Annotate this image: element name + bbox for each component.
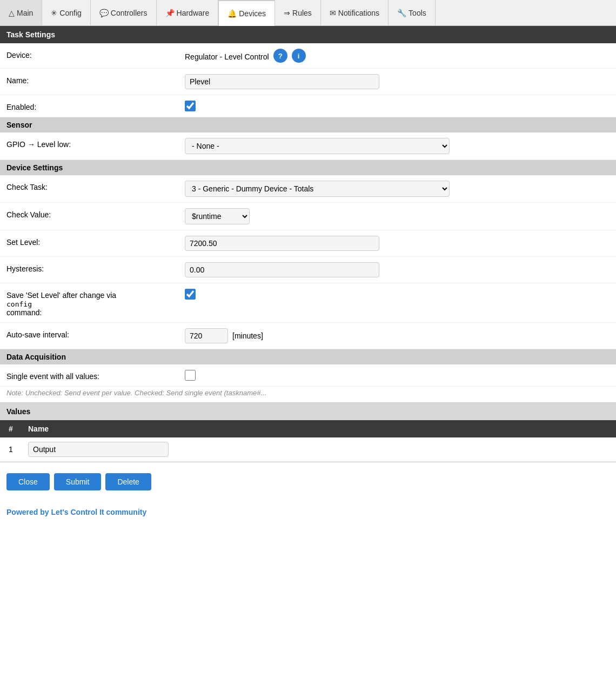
device-settings-header: Device Settings <box>0 160 616 175</box>
nav-item-main[interactable]: △Main <box>0 0 42 25</box>
gpio-select[interactable]: - None - <box>185 138 450 154</box>
tools-nav-icon: 🔧 <box>397 9 406 17</box>
task-settings-header: Task Settings <box>0 26 616 43</box>
rules-nav-icon: ⇒ <box>284 9 290 17</box>
info-icon[interactable]: i <box>292 49 306 63</box>
nav-item-devices[interactable]: 🔔Devices <box>218 0 275 26</box>
set-level-control <box>185 236 610 251</box>
single-event-label: Single event with all values: <box>6 370 185 381</box>
row-name-cell <box>22 437 616 462</box>
config-nav-icon: ✳ <box>51 9 57 17</box>
save-set-level-checkbox[interactable] <box>185 289 196 300</box>
save-set-level-row: Save 'Set Level' after change via config… <box>0 283 616 323</box>
enabled-row: Enabled: <box>0 95 616 117</box>
table-row: 1 <box>0 437 616 462</box>
nav-item-config[interactable]: ✳Config <box>42 0 90 25</box>
main-nav-icon: △ <box>9 9 15 17</box>
hysteresis-row: Hysteresis: <box>0 257 616 283</box>
check-value-row: Check Value: $runtime Other <box>0 203 616 230</box>
single-event-control <box>185 370 610 381</box>
check-value-control: $runtime Other <box>185 208 610 224</box>
action-buttons: Close Submit Delete <box>0 462 616 501</box>
nav-item-hardware[interactable]: 📌Hardware <box>157 0 219 25</box>
enabled-control <box>185 101 610 111</box>
check-task-row: Check Task: 3 - Generic - Dummy Device -… <box>0 175 616 203</box>
submit-button[interactable]: Submit <box>54 473 102 490</box>
name-input[interactable] <box>185 74 379 89</box>
check-task-select[interactable]: 3 - Generic - Dummy Device - Totals <box>185 181 450 197</box>
device-value: Regulator - Level Control <box>185 50 269 61</box>
save-set-level-label: Save 'Set Level' after change via config… <box>6 289 185 317</box>
set-level-row: Set Level: <box>0 230 616 257</box>
values-header: Values <box>0 403 616 420</box>
set-level-input[interactable] <box>185 236 379 251</box>
footer-link[interactable]: Powered by Let's Control It community <box>6 508 146 516</box>
set-level-label: Set Level: <box>6 236 185 247</box>
device-control: Regulator - Level Control ? i <box>185 49 610 63</box>
check-task-control: 3 - Generic - Dummy Device - Totals <box>185 181 610 197</box>
nav-bar: △Main✳Config💬Controllers📌Hardware🔔Device… <box>0 0 616 26</box>
hardware-nav-icon: 📌 <box>165 9 175 17</box>
nav-item-tools[interactable]: 🔧Tools <box>389 0 436 25</box>
save-set-level-control <box>185 289 610 300</box>
gpio-label: GPIO → Level low: <box>6 138 185 149</box>
devices-nav-icon: 🔔 <box>227 9 237 18</box>
single-event-row: Single event with all values: <box>0 364 616 387</box>
gpio-row: GPIO → Level low: - None - <box>0 132 616 160</box>
hysteresis-label: Hysteresis: <box>6 262 185 273</box>
gpio-control: - None - <box>185 138 610 154</box>
autosave-label: Auto-save interval: <box>6 328 185 339</box>
nav-item-rules[interactable]: ⇒Rules <box>275 0 321 25</box>
check-value-select[interactable]: $runtime Other <box>185 208 250 224</box>
enabled-checkbox[interactable] <box>185 101 196 111</box>
acquisition-note: Note: Unchecked: Send event per value. C… <box>0 387 616 402</box>
check-value-label: Check Value: <box>6 208 185 219</box>
single-event-checkbox[interactable] <box>185 370 196 381</box>
values-section: Values # Name 1 <box>0 403 616 462</box>
autosave-control: [minutes] <box>185 328 610 343</box>
check-task-label: Check Task: <box>6 181 185 191</box>
autosave-row: Auto-save interval: [minutes] <box>0 323 616 349</box>
autosave-unit: [minutes] <box>232 331 263 340</box>
enabled-label: Enabled: <box>6 101 185 111</box>
col-num: # <box>0 420 22 437</box>
close-button[interactable]: Close <box>6 473 50 490</box>
name-control <box>185 74 610 89</box>
nav-item-notifications[interactable]: ✉Notifications <box>321 0 389 25</box>
row-num: 1 <box>0 437 22 462</box>
nav-item-controllers[interactable]: 💬Controllers <box>91 0 157 25</box>
autosave-input[interactable] <box>185 328 228 343</box>
hysteresis-input[interactable] <box>185 262 379 277</box>
name-label: Name: <box>6 74 185 85</box>
sensor-header: Sensor <box>0 117 616 132</box>
data-acquisition-header: Data Acquisition <box>0 349 616 364</box>
delete-button[interactable]: Delete <box>105 473 151 490</box>
device-row: Device: Regulator - Level Control ? i <box>0 43 616 69</box>
row-name-input[interactable] <box>28 442 169 457</box>
controllers-nav-icon: 💬 <box>99 9 109 17</box>
help-icon[interactable]: ? <box>273 49 287 63</box>
name-row: Name: <box>0 69 616 95</box>
notifications-nav-icon: ✉ <box>330 9 336 17</box>
footer: Powered by Let's Control It community <box>0 501 616 527</box>
values-table: # Name 1 <box>0 420 616 462</box>
device-label: Device: <box>6 49 185 59</box>
col-name: Name <box>22 420 616 437</box>
hysteresis-control <box>185 262 610 277</box>
